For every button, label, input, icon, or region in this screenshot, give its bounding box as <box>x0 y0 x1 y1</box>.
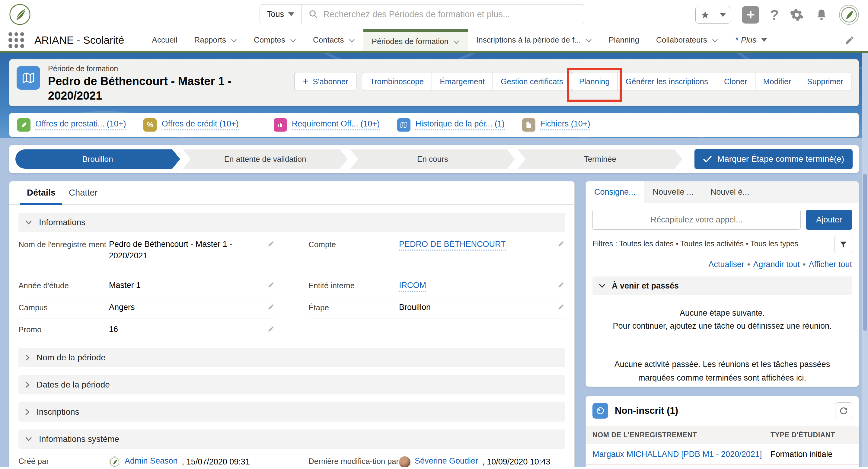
path-card: Brouillon En attente de validation En co… <box>9 145 859 173</box>
edit-pencil-icon[interactable] <box>557 280 565 288</box>
chevron-down-icon <box>25 220 32 225</box>
section-nom-de-la-periode[interactable]: Nom de la période <box>19 348 565 367</box>
field-row: Étape Brouillon <box>308 296 565 318</box>
notifications-bell-icon[interactable] <box>815 7 828 22</box>
non-inscrit-card: Non-inscrit (1) NOM DE L'ENREGISTREMENT … <box>586 396 859 467</box>
funnel-icon <box>839 240 847 249</box>
stage-terminee[interactable]: Terminée <box>518 149 682 169</box>
edit-pencil-icon[interactable] <box>557 239 565 247</box>
search-input[interactable] <box>323 9 577 19</box>
page-scrollbar[interactable] <box>862 53 868 467</box>
unsaved-indicator: * <box>735 35 738 45</box>
scrollbar-thumb[interactable] <box>863 174 867 331</box>
afficher-tout-link[interactable]: Afficher tout <box>809 260 852 269</box>
actualiser-link[interactable]: Actualiser <box>708 260 744 269</box>
cloner-button[interactable]: Cloner <box>716 72 755 91</box>
refresh-icon <box>839 406 848 415</box>
entite-interne-link[interactable]: IRCOM <box>399 281 426 291</box>
setup-gear-icon[interactable] <box>789 7 804 22</box>
nav-tab-plus[interactable]: * Plus <box>726 29 776 51</box>
related-link-requirement[interactable]: Requirement Off... (10+) <box>274 118 380 132</box>
stage-path: Brouillon En attente de validation En co… <box>16 149 682 169</box>
stage-en-cours[interactable]: En cours <box>350 149 515 169</box>
header-icons: ★ + ? <box>695 5 859 25</box>
compte-link[interactable]: PEDRO DE BÉTHENCOURT <box>399 240 506 250</box>
plus-icon: + <box>302 75 308 87</box>
related-link-offres-prestation[interactable]: Offres de prestati... (10+) <box>17 118 126 132</box>
gestion-certificats-button[interactable]: Gestion certificats <box>493 72 571 91</box>
activity-links: Actualiser•Agrandir tout•Afficher tout <box>586 253 859 271</box>
section-informations-systeme[interactable]: Informations système <box>19 430 565 449</box>
add-call-button[interactable]: Ajouter <box>806 210 852 230</box>
modifier-button[interactable]: Modifier <box>755 72 799 91</box>
tab-nouvel-evenement[interactable]: Nouvel é... <box>702 181 758 203</box>
section-informations[interactable]: Informations <box>19 213 565 232</box>
tab-consigner-appel[interactable]: Consigne... <box>586 181 644 203</box>
nav-tab-periodes-de-formation[interactable]: Périodes de formation <box>363 29 468 51</box>
edit-pencil-icon[interactable] <box>844 35 855 45</box>
field-row: Promo 16 <box>19 318 275 340</box>
nav-tab-comptes[interactable]: Comptes <box>245 29 305 51</box>
modified-datetime: , 10/09/2020 10:43 <box>482 456 550 467</box>
empty-past-text: Aucune activité passée. Les réunions et … <box>586 343 859 387</box>
mark-stage-complete-button[interactable]: Marquer Étape comme terminé(e) <box>694 149 852 169</box>
user-avatar[interactable] <box>839 5 859 25</box>
nav-tab-planning[interactable]: Planning <box>600 29 648 51</box>
quick-create-button[interactable]: + <box>742 6 760 24</box>
tab-details[interactable]: Détails <box>20 188 62 205</box>
edit-pencil-icon[interactable] <box>557 302 565 310</box>
search-scope-selector[interactable]: Tous <box>260 4 302 24</box>
related-link-offres-credit[interactable]: % Offres de crédit (10+) <box>143 118 239 132</box>
tab-nouvelle-tache[interactable]: Nouvelle ... <box>644 181 702 203</box>
edit-pencil-icon[interactable] <box>267 280 275 288</box>
map-icon <box>397 118 410 132</box>
leaf-icon <box>17 118 30 132</box>
org-logo <box>8 3 31 26</box>
stage-en-attente-validation[interactable]: En attente de validation <box>183 149 348 169</box>
nav-tab-contacts[interactable]: Contacts <box>305 29 363 51</box>
supprimer-button[interactable]: Supprimer <box>799 72 851 91</box>
agrandir-tout-link[interactable]: Agrandir tout <box>753 260 800 269</box>
chevron-down-icon <box>761 38 767 42</box>
edit-pencil-icon[interactable] <box>267 302 275 310</box>
edit-pencil-icon[interactable] <box>267 324 275 332</box>
edit-pencil-icon[interactable] <box>267 239 275 247</box>
file-icon <box>522 118 535 132</box>
chevron-down-icon <box>598 283 606 288</box>
modified-by-link[interactable]: Séverine Goudier <box>415 456 478 467</box>
refresh-button[interactable] <box>835 402 852 419</box>
call-subject-input[interactable] <box>592 210 801 230</box>
filters-summary: Filtres : Toutes les dates • Toutes les … <box>592 236 798 248</box>
nav-tab-collaborateurs[interactable]: Collaborateurs <box>648 29 726 51</box>
filter-funnel-button[interactable] <box>835 236 852 253</box>
nav-tab-inscriptions[interactable]: Inscriptions à la période de f... <box>468 29 600 51</box>
nav-tabs: Accueil Rapports Comptes Contacts Périod… <box>144 29 776 51</box>
student-record-link[interactable]: Margaux MICHALLAND [PDB M1 - 2020/2021] <box>592 450 771 459</box>
related-link-historique[interactable]: Historique de la pér... (1) <box>397 118 505 132</box>
student-type-value: Formation initiale <box>771 450 852 459</box>
section-dates-de-la-periode[interactable]: Dates de la période <box>19 375 565 395</box>
timeline-section-header[interactable]: À venir et passés <box>592 277 852 295</box>
generer-inscriptions-button[interactable]: Générer les inscriptions <box>618 72 716 91</box>
non-inscrit-header: Non-inscrit (1) <box>586 396 859 424</box>
nav-tab-accueil[interactable]: Accueil <box>144 29 186 51</box>
favorites-dropdown[interactable] <box>715 6 731 23</box>
app-launcher-icon[interactable] <box>8 32 24 48</box>
chevron-down-icon <box>586 39 592 43</box>
global-search: Tous <box>259 4 584 24</box>
tab-chatter[interactable]: Chatter <box>62 188 104 204</box>
created-by-link[interactable]: Admin Season <box>125 456 178 467</box>
trombinoscope-button[interactable]: Trombinoscope <box>362 72 432 91</box>
related-link-fichiers[interactable]: Fichiers (10+) <box>522 118 590 132</box>
stage-brouillon[interactable]: Brouillon <box>16 149 180 169</box>
follow-button[interactable]: + S'abonner <box>294 72 356 91</box>
favorite-star-icon[interactable]: ★ <box>696 6 715 23</box>
help-icon[interactable]: ? <box>770 7 779 23</box>
field-row: Entité interne IRCOM <box>308 274 565 296</box>
created-datetime: , 15/07/2020 09:31 <box>182 456 250 467</box>
emargement-button[interactable]: Émargement <box>432 72 493 91</box>
field-row: Dernière modifica-tion par Séverine Goud… <box>308 450 565 467</box>
section-inscriptions[interactable]: Inscriptions <box>19 402 565 421</box>
planning-button[interactable]: Planning <box>571 72 618 91</box>
nav-tab-rapports[interactable]: Rapports <box>186 29 245 51</box>
